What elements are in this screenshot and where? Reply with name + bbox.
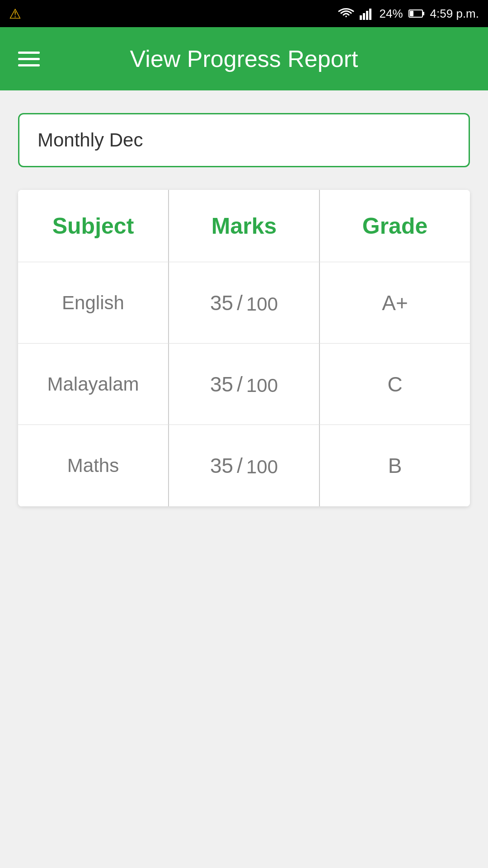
progress-table: Subject Marks Grade English 35 / 100 [18,190,470,506]
row-english-grade: A+ [320,262,470,343]
status-bar: ⚠ 24% 4:59 p.m. [0,0,488,27]
svg-rect-5 [410,11,413,16]
header-grade: Grade [320,190,470,262]
row-english-marks: 35 / 100 [169,262,320,343]
maths-marks-container: 35 / 100 [210,453,278,478]
row-malayalam-subject: Malayalam [18,344,169,425]
table-row: Malayalam 35 / 100 C [18,344,470,425]
svg-rect-6 [422,12,424,15]
english-marks-container: 35 / 100 [210,291,278,315]
menu-button[interactable] [18,52,40,66]
english-grade: A+ [382,291,408,315]
table-header: Subject Marks Grade [18,190,470,262]
english-slash: / [237,291,243,315]
battery-icon [408,9,425,19]
battery-percent: 24% [380,7,403,21]
english-total: 100 [246,293,278,315]
row-maths-grade: B [320,425,470,506]
maths-total: 100 [246,456,278,478]
svg-rect-1 [363,13,365,20]
clock: 4:59 p.m. [430,7,479,21]
filter-dropdown[interactable]: Monthly Dec [18,113,470,167]
status-bar-left: ⚠ [9,6,21,22]
row-malayalam-grade: C [320,344,470,425]
malayalam-grade: C [387,372,402,396]
row-maths-subject: Maths [18,425,169,506]
table-row: Maths 35 / 100 B [18,425,470,506]
maths-subject-text: Maths [67,455,119,476]
filter-value: Monthly Dec [38,129,143,151]
malayalam-marks-container: 35 / 100 [210,372,278,396]
status-bar-right: 24% 4:59 p.m. [338,7,479,21]
row-english-subject: English [18,262,169,343]
app-bar: View Progress Report [0,27,488,90]
english-score: 35 [210,291,233,315]
header-grade-label: Grade [362,213,428,239]
header-subject-label: Subject [52,213,134,239]
maths-slash: / [237,453,243,478]
page-title: View Progress Report [58,45,430,72]
row-maths-marks: 35 / 100 [169,425,320,506]
header-marks: Marks [169,190,320,262]
signal-icon [360,7,374,20]
english-subject-text: English [62,292,124,314]
header-subject: Subject [18,190,169,262]
malayalam-slash: / [237,372,243,396]
svg-rect-2 [366,11,368,20]
main-content: Monthly Dec Subject Marks Grade English … [0,90,488,868]
wifi-icon [338,7,354,20]
malayalam-total: 100 [246,375,278,396]
maths-score: 35 [210,453,233,478]
table-row: English 35 / 100 A+ [18,262,470,344]
malayalam-subject-text: Malayalam [47,373,139,395]
svg-rect-0 [360,15,362,20]
malayalam-score: 35 [210,372,233,396]
header-marks-label: Marks [211,213,277,239]
warning-icon: ⚠ [9,6,21,22]
maths-grade: B [388,453,402,478]
row-malayalam-marks: 35 / 100 [169,344,320,425]
svg-rect-3 [369,9,371,20]
